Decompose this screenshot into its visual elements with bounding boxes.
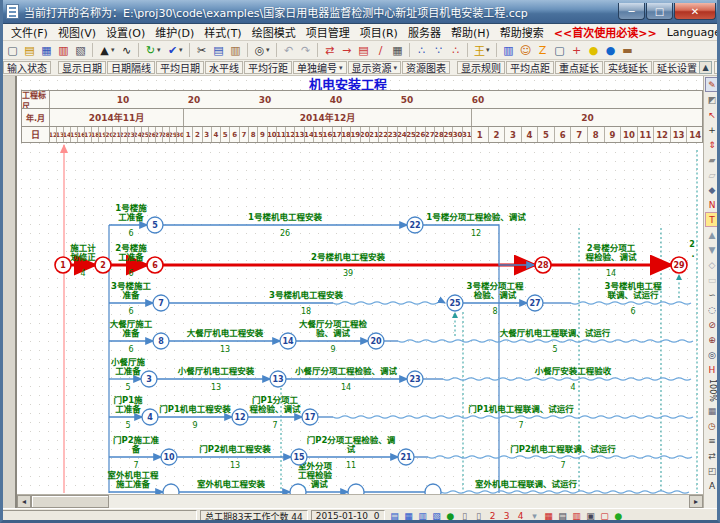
z-pencil-icon[interactable]: Z xyxy=(534,42,551,59)
view-button-7-dropdown-icon[interactable]: ▾ xyxy=(394,64,398,72)
scrollbar-track[interactable] xyxy=(109,495,689,508)
print-icon[interactable]: ● xyxy=(444,510,458,522)
bar-chart-icon[interactable]: ▥ xyxy=(500,42,517,59)
soft-eraser-tool-icon[interactable]: ▱ xyxy=(705,167,720,182)
cut-icon[interactable]: ✂ xyxy=(193,42,210,59)
draw-activity-tool-icon[interactable]: ✎ xyxy=(705,77,720,92)
activity-label[interactable]: 3号楼机电工程安装 xyxy=(269,290,343,300)
row-spacing-tool-icon[interactable]: ⇕ xyxy=(705,137,720,152)
check-edit-dropdown-icon[interactable]: ▾ xyxy=(179,46,186,54)
sync-sphere-icon[interactable]: ● xyxy=(612,510,626,522)
view-outline-icon[interactable]: ▧ xyxy=(430,510,444,522)
save-as-icon[interactable]: ▥ xyxy=(55,42,72,59)
view-button-6[interactable]: 单独编号▾ xyxy=(293,61,347,74)
level-collapse-icon[interactable]: ▾ xyxy=(528,510,542,522)
activity-label[interactable]: 小餐厅机电工程安装 xyxy=(177,366,255,376)
activity-label[interactable]: 、调试 xyxy=(302,479,328,489)
curve-tool-icon[interactable]: ∿ xyxy=(118,42,135,59)
lightbulb-icon[interactable]: ● xyxy=(585,42,602,59)
view-table-icon[interactable]: ▦ xyxy=(402,510,416,522)
horizontal-scrollbar[interactable]: ◂ ▸ xyxy=(17,494,703,508)
activity-label[interactable]: 准备 xyxy=(122,328,140,338)
dots-blue-b-icon[interactable]: ∵ xyxy=(430,42,447,59)
activity-label[interactable]: 划修正 xyxy=(70,252,96,262)
monitor-icon[interactable]: ▢ xyxy=(551,42,568,59)
activity-label[interactable]: 门P2机电工程安装 xyxy=(199,444,271,454)
row-table-icon[interactable]: ▤ xyxy=(355,42,372,59)
grid-c-icon[interactable]: ▥ xyxy=(570,510,584,522)
target-tool-icon[interactable]: ⊕ xyxy=(705,332,720,347)
network-node[interactable] xyxy=(425,484,441,494)
move-tool-icon[interactable]: + xyxy=(705,122,720,137)
view-button-6-dropdown-icon[interactable]: ▾ xyxy=(339,64,343,72)
menu-item-1[interactable]: 视图(V) xyxy=(53,23,101,41)
print-preview-icon[interactable]: ▧ xyxy=(72,42,89,59)
activity-label[interactable]: 2号楼机电工程安装 xyxy=(311,252,385,262)
scrollbar-thumb[interactable] xyxy=(31,495,109,508)
text-label-tool-icon[interactable]: T xyxy=(705,212,720,227)
scroll-left-icon[interactable]: ◂ xyxy=(17,495,31,508)
activity-label[interactable]: 检验、调试 xyxy=(474,290,517,300)
clock-tool-icon[interactable]: ◷ xyxy=(705,418,720,433)
layout-tool-icon[interactable]: ◰ xyxy=(705,463,720,478)
activity-label[interactable]: 大餐厅机电工程安装 xyxy=(187,328,264,338)
view-button-9[interactable]: 显示规则 xyxy=(457,61,505,74)
activity-label[interactable]: 施工准备 xyxy=(116,479,151,489)
link-loop-icon[interactable]: ⇄ xyxy=(321,42,338,59)
inspect-tool-icon[interactable]: ◎ xyxy=(705,347,720,362)
slash-tool-icon[interactable]: ∕ xyxy=(372,42,389,59)
view-button-5[interactable]: 平均行距 xyxy=(244,61,292,74)
activity-label[interactable]: 程检验、调试 xyxy=(585,252,637,262)
level-3-icon[interactable]: 3 xyxy=(500,510,514,522)
activity-label[interactable]: 门P2机电工程联调、试运行 xyxy=(510,444,616,454)
style-tool-dropdown-icon[interactable]: ▾ xyxy=(111,46,118,54)
redo-icon[interactable]: ↷ xyxy=(297,42,314,59)
toolbar-scroll-up-button[interactable]: ▲ xyxy=(699,61,712,74)
move-up-tool-icon[interactable]: ▲ xyxy=(705,227,720,242)
activity-label[interactable]: 工准备 xyxy=(115,366,141,376)
menu-item-11[interactable]: <<首次使用必读>> xyxy=(549,23,662,41)
view-button-7[interactable]: 显示资源▾ xyxy=(348,61,402,74)
calendar-a-icon[interactable]: ▯ xyxy=(458,510,472,522)
activity-label[interactable]: 备 xyxy=(131,444,141,454)
cross-move-icon[interactable]: + xyxy=(568,42,585,59)
activity-label[interactable]: 1号楼机电工程安装 xyxy=(248,212,322,222)
refresh-dropdown-icon[interactable]: ▾ xyxy=(157,46,164,54)
activity-label[interactable]: 小餐厅分项工程检验、调试 xyxy=(294,366,398,376)
view-combo-icon[interactable]: ▥ xyxy=(416,510,430,522)
brush-tool-icon[interactable]: ◆ xyxy=(705,182,720,197)
network-node[interactable] xyxy=(290,484,306,494)
activity-label[interactable]: 门P1机电工程安装 xyxy=(159,404,231,414)
activity-label[interactable]: 验、调试 xyxy=(316,328,351,338)
briefcase-icon[interactable]: ▬ xyxy=(619,42,636,59)
arrow-tool-icon[interactable]: → xyxy=(338,42,355,59)
level-4-icon[interactable]: 4 xyxy=(514,510,528,522)
copy-icon[interactable]: ▤ xyxy=(210,42,227,59)
new-file-icon[interactable]: ▢ xyxy=(4,42,21,59)
menu-item-4[interactable]: 样式(T) xyxy=(199,23,246,41)
scroll-right-icon[interactable]: ▸ xyxy=(689,495,703,508)
table-edit-icon[interactable]: ▦ xyxy=(389,42,406,59)
menu-item-0[interactable]: 文件(F) xyxy=(6,23,53,41)
diamond-tool-icon[interactable]: ◇ xyxy=(705,257,720,272)
calendar-b-icon[interactable]: ▯ xyxy=(472,510,486,522)
maximize-button[interactable]: □ xyxy=(646,3,673,20)
globe-icon[interactable]: ● xyxy=(602,42,619,59)
menu-item-12[interactable]: Language xyxy=(662,25,720,40)
find-dropdown-icon[interactable]: ▾ xyxy=(266,46,273,54)
minimize-button[interactable]: ─ xyxy=(618,3,645,20)
lasso-tool-icon[interactable]: ∽ xyxy=(705,287,720,302)
grid-a-icon[interactable]: ▦ xyxy=(542,510,556,522)
view-button-2[interactable]: 日期隔线 xyxy=(107,61,155,74)
view-button-3[interactable]: 平均日期 xyxy=(156,61,204,74)
activity-label[interactable]: 小餐厅安装工程验收 xyxy=(534,366,612,376)
layers-tool-icon[interactable]: ≡ xyxy=(705,433,720,448)
paint-node-tool-icon[interactable]: ◩ xyxy=(705,92,720,107)
network-node[interactable] xyxy=(163,484,179,494)
activity-label[interactable]: 工准备 xyxy=(115,404,141,414)
view-normal-icon[interactable]: ▤ xyxy=(388,510,402,522)
font-tool-icon[interactable]: A xyxy=(705,478,720,493)
move-down-tool-icon[interactable]: ▼ xyxy=(705,242,720,257)
view-button-1[interactable]: 显示日期 xyxy=(58,61,106,74)
view-button-8[interactable]: 资源图表 xyxy=(402,61,450,74)
